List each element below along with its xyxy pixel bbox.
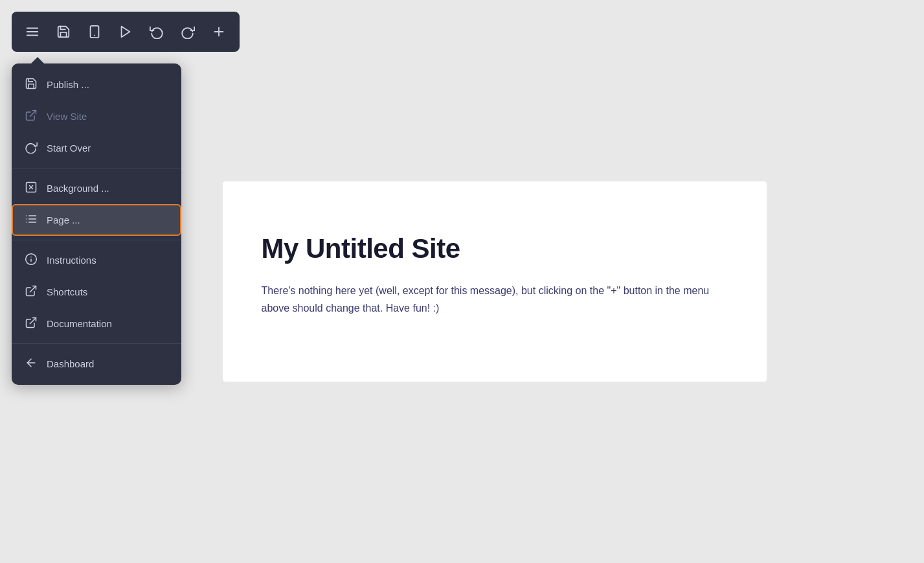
menu-item-instructions[interactable]: Instructions <box>12 244 181 276</box>
menu-item-shortcuts-label: Shortcuts <box>47 286 87 297</box>
menu-item-dashboard-label: Dashboard <box>47 358 94 369</box>
site-card: My Untitled Site There's nothing here ye… <box>223 181 767 382</box>
menu-item-documentation[interactable]: Documentation <box>12 308 181 339</box>
menu-button[interactable] <box>18 17 47 46</box>
info-icon <box>25 253 38 268</box>
svg-line-8 <box>30 111 36 117</box>
menu-item-background[interactable]: Background ... <box>12 172 181 204</box>
site-description: There's nothing here yet (well, except f… <box>262 282 715 317</box>
arrow-left-icon <box>25 356 38 371</box>
dropdown-menu: Publish ... View Site Start Over Backgro… <box>12 63 181 385</box>
menu-item-publish[interactable]: Publish ... <box>12 69 181 100</box>
menu-item-view-site-label: View Site <box>47 111 87 122</box>
menu-item-dashboard[interactable]: Dashboard <box>12 348 181 380</box>
external-icon <box>25 109 38 124</box>
list-icon <box>25 213 38 227</box>
menu-item-documentation-label: Documentation <box>47 318 112 329</box>
mobile-preview-button[interactable] <box>80 17 109 46</box>
x-square-icon <box>25 181 38 196</box>
menu-item-start-over[interactable]: Start Over <box>12 132 181 164</box>
redo-button[interactable] <box>142 17 171 46</box>
menu-item-shortcuts[interactable]: Shortcuts <box>12 276 181 308</box>
menu-item-page-label: Page ... <box>47 214 80 225</box>
menu-item-view-site[interactable]: View Site <box>12 100 181 132</box>
shortcuts-icon <box>25 284 38 299</box>
toolbar <box>12 12 240 52</box>
add-button[interactable] <box>205 17 233 46</box>
menu-item-start-over-label: Start Over <box>47 143 91 154</box>
refresh-icon <box>25 141 38 155</box>
svg-line-21 <box>30 286 36 292</box>
divider-2 <box>12 240 181 240</box>
svg-line-22 <box>30 318 36 324</box>
divider-1 <box>12 168 181 168</box>
documentation-icon <box>25 316 38 331</box>
menu-item-background-label: Background ... <box>47 183 109 194</box>
save-button[interactable] <box>49 17 78 46</box>
menu-item-page[interactable]: Page ... <box>12 204 181 236</box>
undo-button[interactable] <box>174 17 202 46</box>
menu-item-instructions-label: Instructions <box>47 255 96 266</box>
site-title: My Untitled Site <box>262 233 728 264</box>
save-icon <box>25 77 38 92</box>
divider-3 <box>12 343 181 344</box>
svg-marker-5 <box>122 27 130 38</box>
play-button[interactable] <box>111 17 140 46</box>
menu-item-publish-label: Publish ... <box>47 79 89 90</box>
